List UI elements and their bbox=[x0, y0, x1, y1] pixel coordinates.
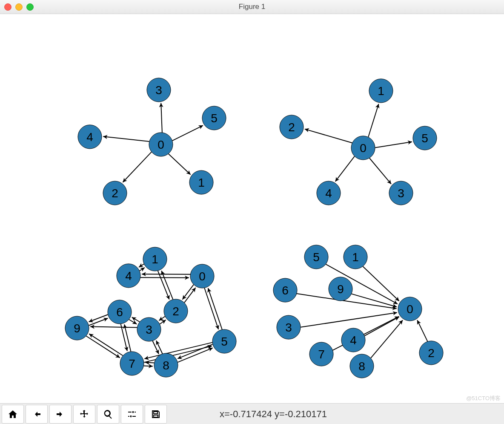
node-label: 5 bbox=[313, 251, 320, 264]
traffic-lights bbox=[4, 3, 34, 11]
svg-line-3 bbox=[103, 136, 149, 141]
svg-line-6 bbox=[305, 129, 352, 143]
save-button[interactable] bbox=[145, 405, 167, 424]
svg-line-0 bbox=[169, 154, 191, 175]
svg-line-39 bbox=[363, 266, 399, 301]
node-label: 9 bbox=[74, 322, 80, 335]
node-label: 5 bbox=[421, 132, 428, 145]
back-button[interactable] bbox=[26, 405, 48, 424]
close-icon[interactable] bbox=[4, 3, 11, 11]
svg-line-35 bbox=[144, 366, 153, 366]
svg-line-42 bbox=[364, 317, 399, 336]
svg-line-2 bbox=[161, 103, 162, 133]
node-label: 0 bbox=[360, 141, 367, 155]
node-label: 4 bbox=[325, 187, 332, 200]
titlebar: Figure 1 bbox=[0, 0, 504, 14]
svg-line-38 bbox=[86, 336, 120, 358]
svg-line-5 bbox=[368, 104, 378, 137]
cursor-coords: x=-0.717424 y=-0.210171 bbox=[220, 409, 327, 420]
svg-line-4 bbox=[172, 125, 203, 141]
zoom-button[interactable] bbox=[97, 405, 119, 424]
node-label: 2 bbox=[172, 305, 179, 318]
magnifier-icon bbox=[103, 409, 113, 419]
toolbar: x=-0.717424 y=-0.210171 bbox=[0, 403, 504, 424]
node-label: 7 bbox=[129, 357, 135, 370]
svg-line-7 bbox=[369, 158, 391, 184]
node-label: 2 bbox=[112, 187, 118, 200]
svg-line-33 bbox=[89, 314, 108, 322]
svg-line-31 bbox=[121, 324, 127, 351]
node-label: 5 bbox=[221, 335, 228, 348]
node-label: 9 bbox=[337, 283, 344, 296]
svg-line-40 bbox=[417, 320, 427, 341]
node-label: 0 bbox=[407, 303, 413, 316]
svg-line-1 bbox=[123, 152, 151, 182]
sliders-icon bbox=[127, 409, 137, 419]
svg-line-24 bbox=[152, 341, 159, 354]
node-label: 3 bbox=[398, 187, 404, 200]
watermark: @51CTO博客 bbox=[466, 395, 501, 402]
node-label: 4 bbox=[350, 334, 357, 347]
arrow-right-icon bbox=[55, 409, 66, 419]
svg-line-25 bbox=[156, 340, 163, 354]
node-label: 3 bbox=[285, 321, 292, 334]
node-label: 1 bbox=[198, 176, 205, 189]
configure-button[interactable] bbox=[121, 405, 143, 424]
arrow-left-icon bbox=[32, 409, 42, 419]
svg-line-37 bbox=[89, 334, 123, 355]
svg-line-34 bbox=[89, 318, 108, 326]
node-label: 8 bbox=[163, 359, 169, 372]
node-label: 1 bbox=[152, 253, 158, 266]
node-label: 6 bbox=[282, 284, 289, 297]
svg-line-14 bbox=[204, 288, 218, 329]
svg-line-21 bbox=[160, 320, 166, 324]
svg-line-46 bbox=[371, 320, 403, 358]
minimize-icon[interactable] bbox=[15, 3, 23, 11]
node-label: 4 bbox=[86, 130, 93, 144]
svg-line-9 bbox=[375, 142, 412, 148]
svg-line-22 bbox=[132, 317, 140, 322]
node-label: 2 bbox=[288, 121, 295, 134]
node-label: 3 bbox=[155, 84, 162, 97]
node-label: 0 bbox=[158, 138, 164, 151]
node-label: 5 bbox=[211, 112, 218, 125]
window-title: Figure 1 bbox=[0, 3, 504, 11]
svg-line-23 bbox=[129, 320, 137, 324]
forward-button[interactable] bbox=[49, 405, 72, 424]
node-label: 8 bbox=[358, 360, 365, 373]
zoom-window-icon[interactable] bbox=[26, 3, 34, 11]
node-label: 6 bbox=[116, 306, 123, 319]
svg-line-10 bbox=[142, 274, 190, 274]
node-label: 7 bbox=[318, 348, 325, 361]
node-label: 1 bbox=[378, 84, 384, 98]
svg-line-8 bbox=[335, 156, 355, 182]
node-label: 1 bbox=[352, 251, 359, 264]
pan-button[interactable] bbox=[73, 405, 95, 424]
svg-line-17 bbox=[140, 268, 145, 271]
node-label: 3 bbox=[146, 323, 152, 336]
svg-line-32 bbox=[124, 324, 131, 352]
svg-line-15 bbox=[208, 288, 222, 329]
svg-line-36 bbox=[145, 363, 154, 363]
svg-line-26 bbox=[90, 327, 137, 328]
svg-line-11 bbox=[140, 277, 189, 278]
move-icon bbox=[79, 409, 89, 419]
node-label: 0 bbox=[199, 270, 206, 283]
svg-line-20 bbox=[159, 316, 165, 320]
home-icon bbox=[8, 409, 18, 419]
node-label: 4 bbox=[125, 269, 132, 283]
figure-canvas[interactable]: 01234501234501234567890123456789 @51CTO博… bbox=[0, 14, 504, 403]
save-icon bbox=[151, 409, 161, 419]
home-button[interactable] bbox=[2, 405, 24, 424]
svg-line-16 bbox=[139, 264, 144, 268]
node-label: 2 bbox=[428, 346, 435, 360]
